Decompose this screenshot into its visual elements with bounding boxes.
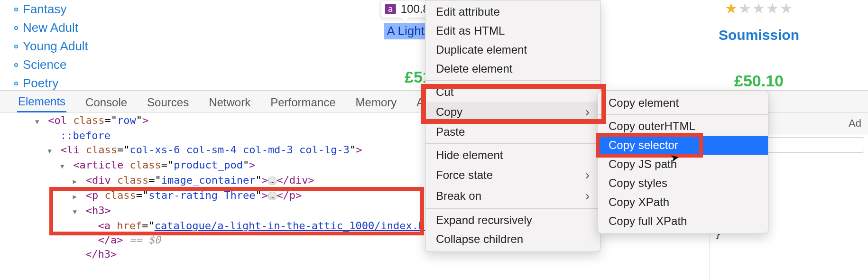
category-link[interactable]: New Adult bbox=[23, 20, 78, 35]
tab-sources[interactable]: Sources bbox=[146, 93, 190, 112]
submenu-copy-selector[interactable]: Copy selector bbox=[598, 136, 768, 155]
menu-item-edit-attribute[interactable]: Edit attribute bbox=[425, 0, 600, 21]
star-empty-icon: ★ bbox=[780, 0, 794, 16]
bullet-icon bbox=[14, 8, 18, 11]
product-price: £50.10 bbox=[734, 72, 784, 90]
menu-item-delete[interactable]: Delete element bbox=[425, 59, 600, 78]
bullet-icon bbox=[14, 63, 18, 67]
bullet-icon bbox=[14, 82, 18, 85]
menu-item-cut[interactable]: Cut bbox=[425, 83, 600, 102]
submenu-copy-js-path[interactable]: Copy JS path bbox=[598, 155, 768, 174]
menu-item-paste[interactable]: Paste bbox=[425, 122, 600, 141]
category-item[interactable]: Poetry bbox=[14, 74, 209, 90]
tab-performance[interactable]: Performance bbox=[269, 93, 336, 112]
star-rating: ★★★★★ bbox=[725, 0, 794, 17]
star-filled-icon: ★ bbox=[725, 0, 739, 16]
submenu-copy-styles[interactable]: Copy styles bbox=[598, 174, 768, 193]
selected-node-marker: == $0 bbox=[129, 234, 161, 246]
styles-tab-more[interactable]: Ad bbox=[842, 112, 868, 134]
tab-console[interactable]: Console bbox=[84, 93, 128, 112]
star-empty-icon: ★ bbox=[766, 0, 780, 16]
pseudo-before: ::before bbox=[60, 130, 111, 141]
menu-item-collapse[interactable]: Collapse children bbox=[425, 230, 600, 249]
category-item[interactable]: Young Adult bbox=[14, 37, 209, 56]
tab-memory[interactable]: Memory bbox=[355, 93, 398, 112]
menu-item-break-on[interactable]: Break on bbox=[425, 186, 600, 206]
tag-badge: a bbox=[385, 4, 396, 14]
bullet-icon bbox=[14, 45, 18, 48]
category-link[interactable]: Science bbox=[23, 57, 67, 72]
menu-item-edit-html[interactable]: Edit as HTML bbox=[425, 21, 600, 40]
star-empty-icon: ★ bbox=[739, 0, 752, 16]
menu-item-duplicate[interactable]: Duplicate element bbox=[425, 40, 600, 59]
submenu-copy-xpath[interactable]: Copy XPath bbox=[598, 193, 768, 212]
category-item[interactable]: New Adult bbox=[14, 19, 209, 37]
menu-item-hide[interactable]: Hide element bbox=[425, 146, 600, 165]
star-empty-icon: ★ bbox=[752, 0, 766, 16]
submenu-copy-outerhtml[interactable]: Copy outerHTML bbox=[598, 117, 768, 136]
menu-item-copy[interactable]: Copy bbox=[425, 102, 600, 122]
menu-item-force-state[interactable]: Force state bbox=[425, 165, 600, 186]
category-item[interactable]: Science bbox=[14, 56, 209, 74]
submenu-copy-element[interactable]: Copy element bbox=[598, 93, 768, 112]
category-item[interactable]: Fantasy bbox=[14, 0, 209, 19]
product-title-link[interactable]: Soumission bbox=[719, 27, 799, 43]
context-submenu-copy[interactable]: Copy element Copy outerHTML Copy selecto… bbox=[598, 90, 768, 234]
bullet-icon bbox=[14, 26, 18, 30]
context-menu[interactable]: Edit attribute Edit as HTML Duplicate el… bbox=[425, 0, 600, 252]
category-link[interactable]: Fantasy bbox=[23, 2, 67, 17]
menu-item-expand[interactable]: Expand recursively bbox=[425, 211, 600, 230]
href-value[interactable]: catalogue/a-light-in-the-attic_1000/inde… bbox=[155, 220, 443, 232]
category-link[interactable]: Young Adult bbox=[23, 39, 88, 54]
category-link[interactable]: Poetry bbox=[23, 76, 58, 90]
tab-elements[interactable]: Elements bbox=[17, 92, 66, 112]
submenu-copy-full-xpath[interactable]: Copy full XPath bbox=[598, 212, 768, 231]
product-card-right: ★★★★★ Soumission £50.10 bbox=[650, 0, 868, 90]
tab-network[interactable]: Network bbox=[208, 93, 251, 112]
category-sidebar: Fantasy New Adult Young Adult Science Po… bbox=[0, 0, 209, 90]
